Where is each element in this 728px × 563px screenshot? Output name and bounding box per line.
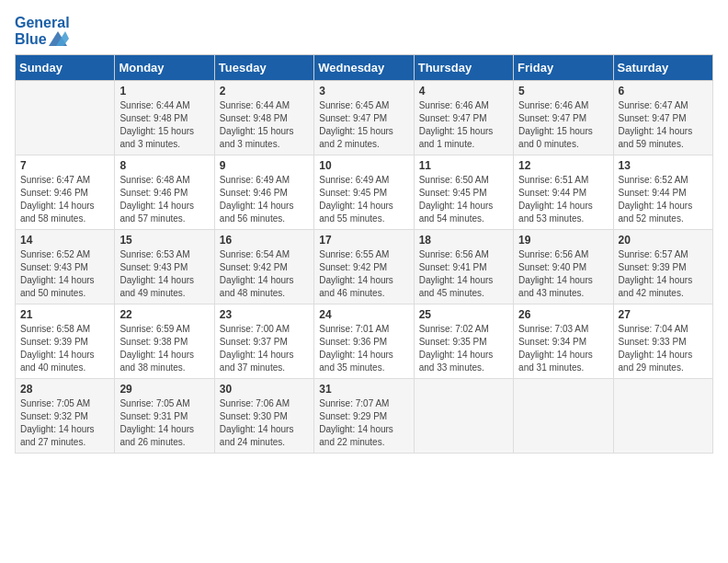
- calendar-cell: 16Sunrise: 6:54 AMSunset: 9:42 PMDayligh…: [214, 230, 313, 304]
- calendar-header-row: SundayMondayTuesdayWednesdayThursdayFrid…: [16, 55, 713, 81]
- day-info: Sunrise: 6:47 AMSunset: 9:47 PMDaylight:…: [619, 99, 708, 151]
- day-number: 22: [119, 308, 209, 321]
- day-info: Sunrise: 6:51 AMSunset: 9:44 PMDaylight:…: [518, 174, 608, 225]
- day-info: Sunrise: 6:46 AMSunset: 9:47 PMDaylight:…: [419, 99, 508, 151]
- day-info: Sunrise: 6:44 AMSunset: 9:48 PMDaylight:…: [119, 99, 209, 151]
- day-info: Sunrise: 6:53 AMSunset: 9:43 PMDaylight:…: [119, 248, 209, 300]
- day-number: 11: [419, 159, 508, 172]
- logo: General Blue: [15, 15, 70, 47]
- calendar-cell: 6Sunrise: 6:47 AMSunset: 9:47 PMDaylight…: [613, 81, 712, 155]
- day-info: Sunrise: 6:56 AMSunset: 9:40 PMDaylight:…: [518, 248, 608, 300]
- day-number: 26: [518, 308, 608, 321]
- day-number: 6: [619, 85, 708, 98]
- day-number: 9: [220, 159, 309, 172]
- calendar-cell: 4Sunrise: 6:46 AMSunset: 9:47 PMDaylight…: [414, 81, 513, 155]
- logo-blue-text: Blue: [15, 31, 47, 48]
- day-info: Sunrise: 7:04 AMSunset: 9:33 PMDaylight:…: [619, 323, 708, 374]
- day-number: 31: [319, 383, 408, 396]
- calendar-cell: 9Sunrise: 6:49 AMSunset: 9:46 PMDaylight…: [214, 155, 313, 230]
- calendar-cell: 13Sunrise: 6:52 AMSunset: 9:44 PMDayligh…: [613, 155, 712, 230]
- calendar-cell: 27Sunrise: 7:04 AMSunset: 9:33 PMDayligh…: [613, 304, 712, 379]
- calendar-cell: 1Sunrise: 6:44 AMSunset: 9:48 PMDaylight…: [115, 81, 214, 155]
- calendar-cell: 8Sunrise: 6:48 AMSunset: 9:46 PMDaylight…: [115, 155, 214, 230]
- day-info: Sunrise: 7:05 AMSunset: 9:31 PMDaylight:…: [119, 397, 209, 449]
- day-number: 5: [518, 85, 608, 98]
- calendar-cell: 24Sunrise: 7:01 AMSunset: 9:36 PMDayligh…: [314, 304, 414, 379]
- calendar-week-row: 21Sunrise: 6:58 AMSunset: 9:39 PMDayligh…: [16, 304, 713, 379]
- day-number: 30: [220, 383, 309, 396]
- column-header-wednesday: Wednesday: [314, 55, 414, 81]
- day-number: 2: [220, 85, 309, 98]
- day-info: Sunrise: 6:50 AMSunset: 9:45 PMDaylight:…: [419, 174, 508, 225]
- day-number: 7: [20, 159, 109, 172]
- day-info: Sunrise: 6:55 AMSunset: 9:42 PMDaylight:…: [319, 248, 408, 300]
- day-number: 19: [518, 234, 608, 247]
- calendar-cell: 11Sunrise: 6:50 AMSunset: 9:45 PMDayligh…: [414, 155, 513, 230]
- day-info: Sunrise: 7:07 AMSunset: 9:29 PMDaylight:…: [319, 397, 408, 449]
- day-number: 3: [319, 85, 408, 98]
- calendar-cell: 3Sunrise: 6:45 AMSunset: 9:47 PMDaylight…: [314, 81, 414, 155]
- day-number: 25: [419, 308, 508, 321]
- day-number: 4: [419, 85, 508, 98]
- day-info: Sunrise: 7:03 AMSunset: 9:34 PMDaylight:…: [518, 323, 608, 374]
- day-number: 24: [319, 308, 408, 321]
- day-info: Sunrise: 7:00 AMSunset: 9:37 PMDaylight:…: [220, 323, 309, 374]
- day-info: Sunrise: 7:05 AMSunset: 9:32 PMDaylight:…: [20, 397, 109, 449]
- day-number: 21: [20, 308, 109, 321]
- day-number: 8: [119, 159, 209, 172]
- calendar-cell: [414, 379, 513, 454]
- day-number: 23: [220, 308, 309, 321]
- day-info: Sunrise: 6:46 AMSunset: 9:47 PMDaylight:…: [518, 99, 608, 151]
- day-info: Sunrise: 6:45 AMSunset: 9:47 PMDaylight:…: [319, 99, 408, 151]
- calendar-week-row: 14Sunrise: 6:52 AMSunset: 9:43 PMDayligh…: [16, 230, 713, 304]
- day-number: 14: [20, 234, 109, 247]
- day-info: Sunrise: 6:49 AMSunset: 9:46 PMDaylight:…: [220, 174, 309, 225]
- day-info: Sunrise: 6:52 AMSunset: 9:44 PMDaylight:…: [619, 174, 708, 225]
- calendar-cell: 14Sunrise: 6:52 AMSunset: 9:43 PMDayligh…: [16, 230, 115, 304]
- calendar-cell: 2Sunrise: 6:44 AMSunset: 9:48 PMDaylight…: [214, 81, 313, 155]
- day-info: Sunrise: 6:57 AMSunset: 9:39 PMDaylight:…: [619, 248, 708, 300]
- calendar-cell: [613, 379, 712, 454]
- day-number: 12: [518, 159, 608, 172]
- calendar-week-row: 28Sunrise: 7:05 AMSunset: 9:32 PMDayligh…: [16, 379, 713, 454]
- calendar-cell: 21Sunrise: 6:58 AMSunset: 9:39 PMDayligh…: [16, 304, 115, 379]
- day-info: Sunrise: 6:54 AMSunset: 9:42 PMDaylight:…: [220, 248, 309, 300]
- calendar-cell: 31Sunrise: 7:07 AMSunset: 9:29 PMDayligh…: [314, 379, 414, 454]
- column-header-sunday: Sunday: [16, 55, 115, 81]
- day-number: 27: [619, 308, 708, 321]
- day-number: 20: [619, 234, 708, 247]
- day-number: 17: [319, 234, 408, 247]
- calendar-week-row: 7Sunrise: 6:47 AMSunset: 9:46 PMDaylight…: [16, 155, 713, 230]
- calendar-cell: 28Sunrise: 7:05 AMSunset: 9:32 PMDayligh…: [16, 379, 115, 454]
- page-header: General Blue: [15, 15, 713, 47]
- calendar-cell: 30Sunrise: 7:06 AMSunset: 9:30 PMDayligh…: [214, 379, 313, 454]
- calendar-cell: 29Sunrise: 7:05 AMSunset: 9:31 PMDayligh…: [115, 379, 214, 454]
- calendar-cell: 10Sunrise: 6:49 AMSunset: 9:45 PMDayligh…: [314, 155, 414, 230]
- calendar-cell: [16, 81, 115, 155]
- day-info: Sunrise: 6:56 AMSunset: 9:41 PMDaylight:…: [419, 248, 508, 300]
- column-header-friday: Friday: [514, 55, 613, 81]
- calendar-cell: 20Sunrise: 6:57 AMSunset: 9:39 PMDayligh…: [613, 230, 712, 304]
- calendar-table: SundayMondayTuesdayWednesdayThursdayFrid…: [15, 54, 713, 454]
- column-header-thursday: Thursday: [414, 55, 513, 81]
- calendar-week-row: 1Sunrise: 6:44 AMSunset: 9:48 PMDaylight…: [16, 81, 713, 155]
- day-number: 18: [419, 234, 508, 247]
- day-info: Sunrise: 6:52 AMSunset: 9:43 PMDaylight:…: [20, 248, 109, 300]
- logo-text-block: General Blue: [15, 15, 70, 47]
- day-info: Sunrise: 6:59 AMSunset: 9:38 PMDaylight:…: [119, 323, 209, 374]
- column-header-monday: Monday: [115, 55, 214, 81]
- calendar-cell: 25Sunrise: 7:02 AMSunset: 9:35 PMDayligh…: [414, 304, 513, 379]
- day-info: Sunrise: 6:44 AMSunset: 9:48 PMDaylight:…: [220, 99, 309, 151]
- day-number: 10: [319, 159, 408, 172]
- calendar-cell: 23Sunrise: 7:00 AMSunset: 9:37 PMDayligh…: [214, 304, 313, 379]
- calendar-cell: 7Sunrise: 6:47 AMSunset: 9:46 PMDaylight…: [16, 155, 115, 230]
- day-info: Sunrise: 7:06 AMSunset: 9:30 PMDaylight:…: [220, 397, 309, 449]
- day-number: 1: [119, 85, 209, 98]
- day-number: 13: [619, 159, 708, 172]
- day-info: Sunrise: 6:47 AMSunset: 9:46 PMDaylight:…: [20, 174, 109, 225]
- day-info: Sunrise: 6:48 AMSunset: 9:46 PMDaylight:…: [119, 174, 209, 225]
- calendar-cell: [514, 379, 613, 454]
- day-number: 16: [220, 234, 309, 247]
- day-info: Sunrise: 6:58 AMSunset: 9:39 PMDaylight:…: [20, 323, 109, 374]
- day-number: 29: [119, 383, 209, 396]
